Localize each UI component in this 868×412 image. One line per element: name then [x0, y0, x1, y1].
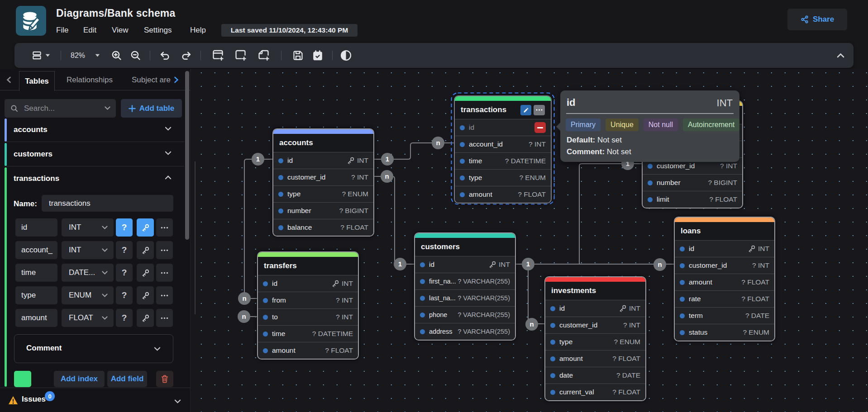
- svg-text:n: n: [242, 294, 246, 302]
- svg-text:1: 1: [398, 260, 402, 268]
- svg-text:1: 1: [256, 155, 260, 163]
- svg-text:n: n: [658, 260, 662, 268]
- svg-text:n: n: [242, 313, 246, 320]
- svg-text:n: n: [529, 320, 534, 328]
- svg-text:n: n: [436, 139, 440, 147]
- svg-text:1: 1: [526, 260, 530, 268]
- svg-text:n: n: [385, 172, 389, 180]
- svg-text:1: 1: [386, 155, 389, 163]
